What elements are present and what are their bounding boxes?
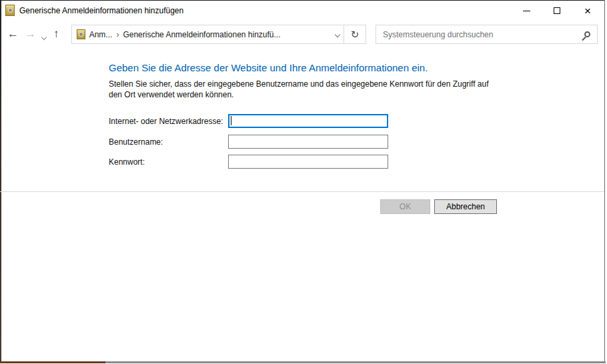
minimize-icon — [523, 11, 530, 11]
forward-button: → — [25, 27, 36, 41]
desktop-strip-gray — [105, 361, 606, 363]
page-content: Geben Sie die Adresse der Website und Ih… — [1, 48, 604, 361]
internet-address-input[interactable] — [228, 114, 388, 128]
cancel-button[interactable]: Abbrechen — [434, 199, 497, 214]
refresh-icon: ↻ — [351, 29, 360, 41]
username-input[interactable] — [228, 135, 388, 149]
back-button[interactable]: ← — [7, 27, 19, 41]
breadcrumb-location-icon — [77, 29, 85, 39]
breadcrumb-item-anmeldeinformationsverwaltung[interactable]: Anm... — [89, 30, 113, 39]
label-password: Kennwort: — [109, 157, 145, 167]
window-title: Generische Anmeldeinformationen hinzufüg… — [19, 6, 183, 15]
address-dropdown-icon[interactable] — [335, 31, 340, 37]
desktop: Generische Anmeldeinformationen hinzufüg… — [0, 0, 607, 364]
close-icon: × — [584, 5, 591, 17]
search-box[interactable] — [376, 25, 598, 44]
password-input[interactable] — [228, 155, 388, 169]
desktop-strip-brown — [0, 361, 105, 363]
search-input[interactable] — [383, 30, 579, 39]
navigation-toolbar: ← → ↑ « Anm... › Generische Anmeldeinfor… — [1, 21, 604, 48]
recent-pages-dropdown[interactable] — [42, 32, 46, 41]
maximize-icon — [554, 7, 560, 14]
page-description: Stellen Sie sicher, dass der eingegebene… — [109, 79, 501, 100]
label-username: Benutzername: — [109, 137, 163, 147]
ok-button[interactable]: OK — [380, 199, 430, 214]
close-button[interactable]: × — [572, 1, 603, 21]
maximize-button[interactable] — [542, 1, 572, 21]
window-border-right — [604, 0, 605, 361]
breadcrumb-separator-icon[interactable]: › — [116, 30, 119, 39]
label-internet-address: Internet- oder Netzwerkadresse: — [109, 117, 223, 126]
up-button[interactable]: ↑ — [53, 27, 59, 41]
breadcrumb-item-current[interactable]: Generische Anmeldeinformationen hinzufü.… — [123, 30, 280, 39]
minimize-button[interactable] — [511, 1, 542, 21]
title-bar[interactable]: Generische Anmeldeinformationen hinzufüg… — [1, 1, 604, 21]
chevron-down-icon — [41, 35, 47, 40]
text-caret — [231, 116, 231, 125]
page-title: Geben Sie die Adresse der Website und Ih… — [109, 62, 428, 73]
credential-manager-icon — [5, 5, 15, 16]
address-bar[interactable]: « Anm... › Generische Anmeldeinformation… — [71, 25, 344, 44]
button-area-separator — [0, 191, 604, 192]
search-icon[interactable] — [584, 31, 590, 37]
refresh-button[interactable]: ↻ — [344, 25, 366, 44]
